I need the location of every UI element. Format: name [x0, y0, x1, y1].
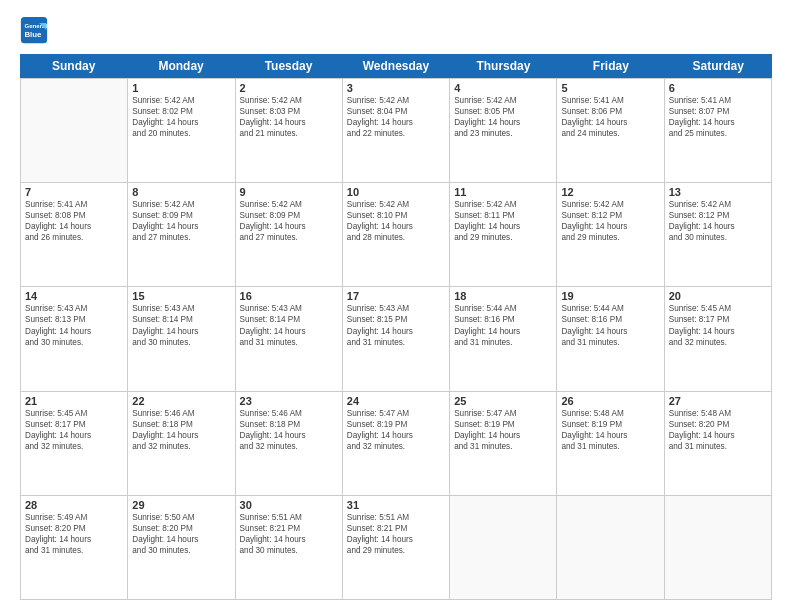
cell-info-line: Daylight: 14 hours — [240, 117, 338, 128]
cell-info-line: Daylight: 14 hours — [454, 326, 552, 337]
cell-info-line: and 30 minutes. — [25, 337, 123, 348]
calendar-cell: 17Sunrise: 5:43 AMSunset: 8:15 PMDayligh… — [343, 287, 450, 390]
cell-info-line: Sunset: 8:14 PM — [240, 314, 338, 325]
calendar-cell: 21Sunrise: 5:45 AMSunset: 8:17 PMDayligh… — [21, 392, 128, 495]
logo-icon: General Blue — [20, 16, 48, 44]
cell-info-line: Sunset: 8:18 PM — [240, 419, 338, 430]
cell-info-line: and 31 minutes. — [561, 441, 659, 452]
calendar-cell: 31Sunrise: 5:51 AMSunset: 8:21 PMDayligh… — [343, 496, 450, 599]
calendar: SundayMondayTuesdayWednesdayThursdayFrid… — [20, 54, 772, 600]
calendar-cell: 1Sunrise: 5:42 AMSunset: 8:02 PMDaylight… — [128, 79, 235, 182]
cell-info-line: Sunrise: 5:46 AM — [240, 408, 338, 419]
cell-info-line: Daylight: 14 hours — [669, 221, 767, 232]
cell-info-line: Sunrise: 5:43 AM — [240, 303, 338, 314]
cell-info-line: Sunrise: 5:47 AM — [454, 408, 552, 419]
day-number: 13 — [669, 186, 767, 198]
cell-info-line: and 21 minutes. — [240, 128, 338, 139]
cell-info-line: Sunrise: 5:43 AM — [347, 303, 445, 314]
calendar-cell: 6Sunrise: 5:41 AMSunset: 8:07 PMDaylight… — [665, 79, 772, 182]
cell-info-line: Daylight: 14 hours — [347, 534, 445, 545]
cell-info-line: Sunset: 8:09 PM — [240, 210, 338, 221]
cell-info-line: Sunrise: 5:42 AM — [561, 199, 659, 210]
cell-info-line: and 32 minutes. — [669, 337, 767, 348]
cell-info-line: Daylight: 14 hours — [132, 221, 230, 232]
cell-info-line: Daylight: 14 hours — [25, 534, 123, 545]
day-number: 11 — [454, 186, 552, 198]
calendar-cell: 10Sunrise: 5:42 AMSunset: 8:10 PMDayligh… — [343, 183, 450, 286]
page: General Blue SundayMondayTuesdayWednesda… — [0, 0, 792, 612]
cell-info-line: Daylight: 14 hours — [240, 534, 338, 545]
cell-info-line: Sunrise: 5:49 AM — [25, 512, 123, 523]
day-number: 14 — [25, 290, 123, 302]
calendar-header: SundayMondayTuesdayWednesdayThursdayFrid… — [20, 54, 772, 78]
cell-info-line: Sunrise: 5:46 AM — [132, 408, 230, 419]
cell-info-line: Sunset: 8:17 PM — [25, 419, 123, 430]
day-number: 23 — [240, 395, 338, 407]
calendar-cell — [557, 496, 664, 599]
cell-info-line: Sunset: 8:08 PM — [25, 210, 123, 221]
calendar-cell: 24Sunrise: 5:47 AMSunset: 8:19 PMDayligh… — [343, 392, 450, 495]
cell-info-line: Sunset: 8:06 PM — [561, 106, 659, 117]
cell-info-line: Daylight: 14 hours — [347, 326, 445, 337]
calendar-cell: 9Sunrise: 5:42 AMSunset: 8:09 PMDaylight… — [236, 183, 343, 286]
cell-info-line: Sunset: 8:09 PM — [132, 210, 230, 221]
cell-info-line: Daylight: 14 hours — [132, 430, 230, 441]
cell-info-line: Sunrise: 5:41 AM — [669, 95, 767, 106]
day-number: 21 — [25, 395, 123, 407]
calendar-row-2: 7Sunrise: 5:41 AMSunset: 8:08 PMDaylight… — [21, 182, 772, 286]
cell-info-line: Daylight: 14 hours — [132, 326, 230, 337]
cell-info-line: Daylight: 14 hours — [240, 430, 338, 441]
cell-info-line: Daylight: 14 hours — [454, 117, 552, 128]
day-number: 24 — [347, 395, 445, 407]
cell-info-line: Daylight: 14 hours — [132, 117, 230, 128]
calendar-cell: 12Sunrise: 5:42 AMSunset: 8:12 PMDayligh… — [557, 183, 664, 286]
cell-info-line: Sunrise: 5:42 AM — [669, 199, 767, 210]
cell-info-line: Sunset: 8:10 PM — [347, 210, 445, 221]
cell-info-line: Daylight: 14 hours — [347, 117, 445, 128]
cell-info-line: Sunset: 8:11 PM — [454, 210, 552, 221]
cell-info-line: Sunrise: 5:43 AM — [132, 303, 230, 314]
calendar-cell: 19Sunrise: 5:44 AMSunset: 8:16 PMDayligh… — [557, 287, 664, 390]
cell-info-line: Sunset: 8:19 PM — [561, 419, 659, 430]
day-number: 28 — [25, 499, 123, 511]
cell-info-line: and 31 minutes. — [454, 337, 552, 348]
cell-info-line: Daylight: 14 hours — [561, 326, 659, 337]
cell-info-line: Sunrise: 5:44 AM — [561, 303, 659, 314]
calendar-cell: 2Sunrise: 5:42 AMSunset: 8:03 PMDaylight… — [236, 79, 343, 182]
header-day-thursday: Thursday — [450, 54, 557, 78]
cell-info-line: Sunrise: 5:45 AM — [25, 408, 123, 419]
cell-info-line: and 28 minutes. — [347, 232, 445, 243]
cell-info-line: and 26 minutes. — [25, 232, 123, 243]
cell-info-line: and 31 minutes. — [669, 441, 767, 452]
cell-info-line: Sunset: 8:20 PM — [669, 419, 767, 430]
cell-info-line: and 32 minutes. — [132, 441, 230, 452]
cell-info-line: Daylight: 14 hours — [561, 430, 659, 441]
cell-info-line: and 31 minutes. — [240, 337, 338, 348]
cell-info-line: Daylight: 14 hours — [25, 430, 123, 441]
cell-info-line: Sunset: 8:04 PM — [347, 106, 445, 117]
day-number: 15 — [132, 290, 230, 302]
cell-info-line: Sunrise: 5:42 AM — [454, 199, 552, 210]
calendar-row-3: 14Sunrise: 5:43 AMSunset: 8:13 PMDayligh… — [21, 286, 772, 390]
cell-info-line: and 24 minutes. — [561, 128, 659, 139]
day-number: 8 — [132, 186, 230, 198]
cell-info-line: and 25 minutes. — [669, 128, 767, 139]
cell-info-line: and 23 minutes. — [454, 128, 552, 139]
cell-info-line: and 27 minutes. — [132, 232, 230, 243]
day-number: 12 — [561, 186, 659, 198]
cell-info-line: and 31 minutes. — [561, 337, 659, 348]
header-day-saturday: Saturday — [665, 54, 772, 78]
cell-info-line: and 30 minutes. — [132, 337, 230, 348]
calendar-cell — [665, 496, 772, 599]
cell-info-line: and 20 minutes. — [132, 128, 230, 139]
cell-info-line: and 32 minutes. — [240, 441, 338, 452]
calendar-cell: 8Sunrise: 5:42 AMSunset: 8:09 PMDaylight… — [128, 183, 235, 286]
calendar-cell: 26Sunrise: 5:48 AMSunset: 8:19 PMDayligh… — [557, 392, 664, 495]
calendar-cell: 14Sunrise: 5:43 AMSunset: 8:13 PMDayligh… — [21, 287, 128, 390]
calendar-cell: 28Sunrise: 5:49 AMSunset: 8:20 PMDayligh… — [21, 496, 128, 599]
day-number: 22 — [132, 395, 230, 407]
cell-info-line: Sunrise: 5:48 AM — [561, 408, 659, 419]
cell-info-line: Sunset: 8:16 PM — [561, 314, 659, 325]
calendar-cell: 5Sunrise: 5:41 AMSunset: 8:06 PMDaylight… — [557, 79, 664, 182]
header-day-monday: Monday — [127, 54, 234, 78]
